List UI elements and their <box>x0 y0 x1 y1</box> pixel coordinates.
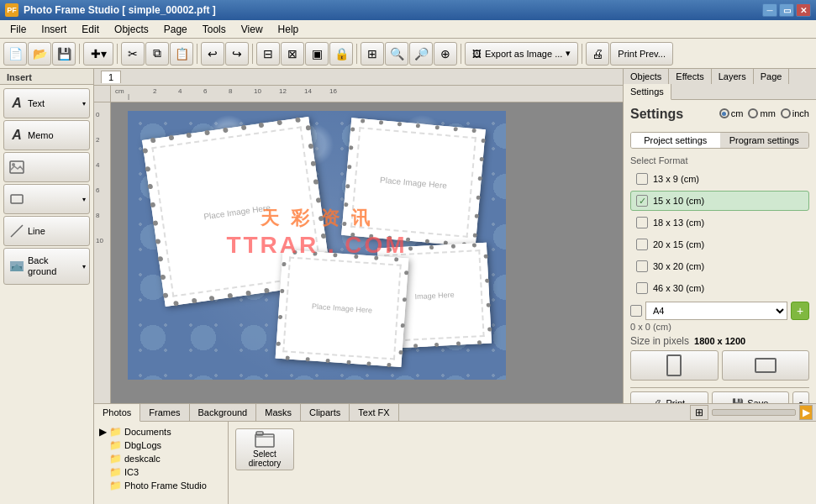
ruler-vertical: 0 2 4 6 8 10 <box>94 102 111 403</box>
bottom-scrollbar[interactable] <box>712 409 796 416</box>
export-icon: 🖼 <box>472 49 482 59</box>
format-18x13-checkbox <box>636 217 648 228</box>
print-preview-button[interactable]: Print Prev... <box>610 42 673 66</box>
format-30x20[interactable]: 30 x 20 (cm) <box>630 256 809 276</box>
unit-inch-label: inch <box>792 108 809 118</box>
tree-item-ic3[interactable]: 📁 IC3 <box>97 465 224 479</box>
distribute-btn[interactable]: ⊠ <box>281 42 304 66</box>
menu-help[interactable]: Help <box>271 22 306 37</box>
separator-7 <box>582 44 582 64</box>
app-icon: PF <box>5 3 18 17</box>
bottom-tab-masks[interactable]: Masks <box>256 404 301 421</box>
sub-tab-project[interactable]: Project settings <box>631 133 720 148</box>
tab-objects[interactable]: Objects <box>624 69 669 84</box>
memo-tool[interactable]: A Memo <box>3 120 90 150</box>
close-button[interactable]: ✕ <box>796 3 811 17</box>
tree-item-dbglogs[interactable]: 📁 DbgLogs <box>97 438 224 452</box>
tree-item-pfs[interactable]: 📁 Photo Frame Studio <box>97 479 224 492</box>
print-icon-btn[interactable]: 🖨 <box>586 42 609 66</box>
background-tool[interactable]: Background ▾ <box>3 248 90 285</box>
ruler-horizontal: cm | 2 4 6 8 10 12 14 16 <box>111 86 623 102</box>
format-46x30[interactable]: 46 x 30 (cm) <box>630 278 809 298</box>
format-dropdown[interactable]: A4 A3 Letter <box>645 302 787 320</box>
add-btn[interactable]: ✚▾ <box>83 42 113 66</box>
tab-layers[interactable]: Layers <box>712 69 754 84</box>
text-tool[interactable]: A Text ▾ <box>3 88 90 118</box>
menu-view[interactable]: View <box>234 22 270 37</box>
copy-btn[interactable]: ⧉ <box>145 42 169 66</box>
shape-tool[interactable]: ▾ <box>3 184 90 214</box>
save-main-button[interactable]: 💾 Save <box>712 391 790 403</box>
radio-mm-dot <box>748 108 758 118</box>
select-directory-button[interactable]: Selectdirectory <box>235 428 294 470</box>
tree-deskcalc-label: deskcalc <box>124 454 161 464</box>
tree-folder-icon-2: 📁 <box>109 439 122 451</box>
minimize-button[interactable]: ─ <box>762 3 777 17</box>
save-arrow-button[interactable]: ▾ <box>792 391 809 403</box>
undo-btn[interactable]: ↩ <box>201 42 224 66</box>
bottom-tab-cliparts[interactable]: Cliparts <box>301 404 350 421</box>
svg-rect-7 <box>667 355 681 375</box>
unit-cm[interactable]: cm <box>719 108 744 118</box>
menu-tools[interactable]: Tools <box>196 22 233 37</box>
menu-edit[interactable]: Edit <box>75 22 106 37</box>
bottom-arrow-right[interactable]: ▶ <box>799 405 813 420</box>
unit-mm[interactable]: mm <box>748 108 775 118</box>
menu-page[interactable]: Page <box>157 22 194 37</box>
save-toolbar-button[interactable]: 💾 <box>52 42 76 66</box>
menu-objects[interactable]: Objects <box>108 22 155 37</box>
ruler-corner <box>94 86 111 102</box>
separator-2 <box>117 44 118 64</box>
format-13x9[interactable]: 13 x 9 (cm) <box>630 169 809 189</box>
svg-rect-10 <box>256 432 263 435</box>
svg-rect-8 <box>755 359 776 372</box>
export-button[interactable]: 🖼 Export as Image ... ▾ <box>465 42 578 66</box>
format-46x30-label: 46 x 30 (cm) <box>653 283 704 293</box>
format-20x15[interactable]: 20 x 15 (cm) <box>630 234 809 255</box>
sub-tab-program[interactable]: Program settings <box>720 133 809 148</box>
cut-btn[interactable]: ✂ <box>121 42 145 66</box>
new-button[interactable]: 📄 <box>3 42 27 66</box>
page-tab-1[interactable]: 1 <box>101 71 121 83</box>
format-18x13[interactable]: 18 x 13 (cm) <box>630 213 809 233</box>
canvas-container[interactable]: Place Image Here <box>111 102 623 403</box>
tree-item-documents[interactable]: ▶ 📁 Documents <box>97 425 224 438</box>
zoom-in-btn[interactable]: 🔍 <box>385 42 408 66</box>
format-15x10-checkbox: ✓ <box>636 195 648 207</box>
redo-btn[interactable]: ↪ <box>225 42 249 66</box>
format-15x10[interactable]: ✓ 15 x 10 (cm) <box>630 191 809 211</box>
portrait-button[interactable] <box>630 350 719 381</box>
menu-file[interactable]: File <box>3 22 33 37</box>
tab-page[interactable]: Page <box>754 69 790 84</box>
tree-folder-icon-5: 📁 <box>109 480 122 491</box>
bottom-tab-frames[interactable]: Frames <box>140 404 189 421</box>
menu-insert[interactable]: Insert <box>34 22 73 37</box>
line-tool[interactable]: Line <box>3 216 90 246</box>
tab-effects[interactable]: Effects <box>669 69 711 84</box>
group-btn[interactable]: ▣ <box>305 42 329 66</box>
zoom-out-btn[interactable]: 🔎 <box>409 42 433 66</box>
lock-btn[interactable]: 🔒 <box>329 42 353 66</box>
bottom-tab-background[interactable]: Background <box>190 404 257 421</box>
add-format-button[interactable]: + <box>791 302 809 320</box>
bottom-tab-photos[interactable]: Photos <box>94 404 140 422</box>
zoom-100-btn[interactable]: ⊕ <box>434 42 457 66</box>
open-button[interactable]: 📂 <box>28 42 51 66</box>
zoom-fit-btn[interactable]: ⊞ <box>361 42 384 66</box>
settings-bottom-actions: 🖨 Print 💾 Save ▾ <box>630 387 809 403</box>
print-button[interactable]: 🖨 Print <box>630 391 708 403</box>
paste-btn[interactable]: 📋 <box>170 42 193 66</box>
page-indicator: 1 <box>94 69 623 86</box>
tab-settings[interactable]: Settings <box>624 84 671 100</box>
format-dropdown-row: A4 A3 Letter + <box>630 302 809 320</box>
restore-button[interactable]: ▭ <box>779 3 794 17</box>
svg-rect-2 <box>11 195 23 203</box>
unit-inch[interactable]: inch <box>781 108 809 118</box>
landscape-button[interactable] <box>722 350 810 381</box>
tree-item-deskcalc[interactable]: 📁 deskcalc <box>97 452 224 465</box>
align-btn[interactable]: ⊟ <box>256 42 280 66</box>
select-dir-label: Selectdirectory <box>249 449 281 468</box>
image-tool[interactable] <box>3 152 90 182</box>
bottom-tab-textfx[interactable]: Text FX <box>350 404 398 421</box>
bottom-grid-btn[interactable]: ⊞ <box>690 405 708 420</box>
